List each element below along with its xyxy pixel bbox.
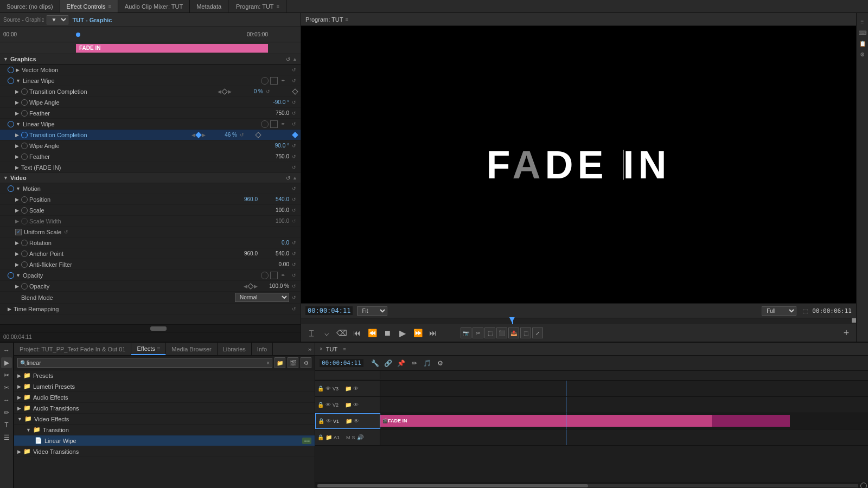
anchor-point-row[interactable]: ▶ Anchor Point 960.0 540.0 ↺ bbox=[0, 248, 301, 259]
full-screen-btn[interactable]: ⤢ bbox=[532, 328, 543, 338]
a1-folder-icon[interactable]: 📁 bbox=[326, 434, 332, 440]
tool-slip[interactable]: ↔ bbox=[1, 395, 12, 406]
pos-value1[interactable]: 960.0 bbox=[231, 196, 258, 202]
ap-reset[interactable]: ↺ bbox=[291, 251, 297, 257]
tab-metadata[interactable]: Metadata bbox=[190, 0, 228, 12]
v1-toggle-icon[interactable]: 👁 bbox=[354, 418, 359, 424]
pos-reset[interactable]: ↺ bbox=[291, 196, 297, 203]
wa2-eye[interactable] bbox=[21, 143, 28, 149]
tl-scroll-thumb[interactable] bbox=[317, 484, 588, 487]
time-remapping-row[interactable]: ▶ Time Remapping ↺ bbox=[0, 304, 301, 314]
feather-1-row[interactable]: ▶ Feather 750.0 ↺ bbox=[0, 108, 301, 119]
v2-lock-icon[interactable]: 🔒 bbox=[317, 402, 324, 408]
f2-arrow[interactable]: ▶ bbox=[15, 154, 19, 159]
motion-eye[interactable] bbox=[8, 185, 14, 192]
pos-arrow[interactable]: ▶ bbox=[15, 197, 19, 202]
timeline-menu-btn[interactable]: ≡ bbox=[343, 346, 346, 352]
vector-motion-eye[interactable] bbox=[8, 67, 14, 73]
video-section-up[interactable]: ▲ bbox=[292, 175, 297, 181]
wa2-value[interactable]: 90.0 ° bbox=[262, 143, 289, 149]
ap-value2[interactable]: 540.0 bbox=[262, 251, 289, 256]
opacity-reset[interactable]: ↺ bbox=[291, 272, 297, 279]
effects-tab-close[interactable]: ≡ bbox=[157, 345, 160, 352]
vector-motion-reset[interactable]: ↺ bbox=[291, 67, 297, 73]
opacity-shape-pen[interactable]: ✏ bbox=[279, 272, 287, 279]
tl-link-btn[interactable]: 🔗 bbox=[383, 358, 394, 369]
tc1-eye[interactable] bbox=[21, 88, 28, 95]
shape-pen-2[interactable]: ✏ bbox=[279, 120, 287, 128]
motion-arrow[interactable]: ▼ bbox=[16, 186, 21, 191]
scale-row[interactable]: ▶ Scale 100.0 ↺ bbox=[0, 205, 301, 216]
tc1-keyframe-diamond[interactable] bbox=[221, 88, 227, 94]
ap-value1[interactable]: 960.0 bbox=[231, 251, 258, 256]
scale-value[interactable]: 100.0 bbox=[262, 207, 289, 213]
tc1-keyframe-right[interactable] bbox=[292, 88, 298, 94]
mark-in-btn[interactable]: ⌶ bbox=[305, 327, 317, 339]
v1-eye-icon[interactable]: 👁 bbox=[326, 418, 331, 424]
play-btn[interactable]: ▶ bbox=[397, 327, 409, 339]
wa2-arrow[interactable]: ▶ bbox=[15, 143, 19, 149]
a1-lock-icon[interactable]: 🔒 bbox=[317, 434, 324, 440]
track-v2-content[interactable] bbox=[380, 397, 868, 413]
position-row[interactable]: ▶ Position 960.0 540.0 ↺ bbox=[0, 194, 301, 205]
rot-eye[interactable] bbox=[21, 240, 28, 246]
tl-audio-btn[interactable]: 🎵 bbox=[422, 358, 433, 369]
v3-toggle-icon[interactable]: 👁 bbox=[353, 386, 359, 391]
f1-value[interactable]: 750.0 bbox=[262, 110, 289, 116]
tab-effects[interactable]: Effects ≡ bbox=[131, 343, 166, 355]
timeline-close-btn[interactable]: × bbox=[320, 346, 323, 352]
a1-audio-icon[interactable]: 🔊 bbox=[357, 434, 363, 440]
tc2-reset[interactable]: ↺ bbox=[239, 132, 245, 138]
ec-scroll-thumb[interactable] bbox=[150, 326, 167, 331]
f2-value[interactable]: 750.0 bbox=[262, 153, 289, 159]
v2-folder-icon[interactable]: 📁 bbox=[345, 402, 352, 408]
opacity-value-row[interactable]: ▶ Opacity ◀ ▶ 100.0 % ↺ bbox=[0, 281, 301, 292]
linear-wipe-1-eye[interactable] bbox=[8, 78, 14, 84]
scale-width-row[interactable]: ▶ Scale Width 100.0 ↺ bbox=[0, 216, 301, 227]
program-menu-icon[interactable]: ≡ bbox=[345, 17, 348, 22]
ap-arrow[interactable]: ▶ bbox=[15, 251, 19, 256]
mark-out-btn[interactable]: ⌵ bbox=[321, 327, 333, 339]
opacity-shape-circle[interactable] bbox=[261, 272, 269, 279]
vector-motion-row[interactable]: ▶ Vector Motion ↺ bbox=[0, 65, 301, 75]
ff-btn[interactable]: ⏩ bbox=[412, 327, 424, 339]
compare-btn[interactable]: ⬚ bbox=[520, 328, 531, 338]
v1-ext-clip[interactable] bbox=[712, 415, 790, 427]
step-fwd-btn[interactable]: ⏭ bbox=[427, 327, 439, 339]
rewind-btn[interactable]: ⏪ bbox=[366, 327, 378, 339]
export-frame-btn[interactable]: 📤 bbox=[508, 328, 519, 338]
timeline-timecode[interactable]: 00:00:04:11 bbox=[320, 359, 363, 367]
timecode-display[interactable]: 00:00:04:11 bbox=[305, 306, 353, 315]
blend-mode-row[interactable]: ▶ Blend Mode Normal Multiply Screen ↺ bbox=[0, 292, 301, 304]
af-eye[interactable] bbox=[21, 261, 28, 268]
tree-video-transitions[interactable]: ▶ 📁 Video Transitions bbox=[14, 446, 315, 457]
insert-btn[interactable]: ⬚ bbox=[484, 328, 495, 338]
tc2-value[interactable]: 46 % bbox=[210, 132, 237, 138]
opacity-shape-square[interactable] bbox=[270, 272, 278, 279]
tl-pen-btn[interactable]: ✏ bbox=[409, 358, 420, 369]
blend-mode-reset[interactable]: ↺ bbox=[291, 294, 297, 301]
tool-ripple[interactable]: ✂ bbox=[1, 370, 12, 381]
af-value[interactable]: 0.00 bbox=[262, 261, 289, 267]
text-fade-in-row[interactable]: ▶ Text (FADE IN) ↺ bbox=[0, 162, 301, 173]
af-arrow[interactable]: ▶ bbox=[15, 262, 19, 267]
tc2-eye[interactable] bbox=[21, 132, 28, 138]
rot-arrow[interactable]: ▶ bbox=[15, 240, 19, 246]
tab-source[interactable]: Source: (no clips) bbox=[0, 0, 60, 12]
rs-btn-4[interactable]: ⚙ bbox=[858, 50, 867, 59]
tool-select[interactable]: ▶ bbox=[1, 357, 12, 368]
rs-btn-1[interactable]: ≡ bbox=[858, 17, 867, 26]
graphics-section-header[interactable]: ▼ Graphics ↺ ▲ bbox=[0, 54, 301, 65]
rot-reset[interactable]: ↺ bbox=[291, 240, 297, 246]
linear-wipe-2-reset[interactable]: ↺ bbox=[291, 121, 297, 127]
full-dropdown[interactable]: Full Half Quarter bbox=[762, 306, 796, 316]
linear-wipe-1-row[interactable]: ▼ Linear Wipe ✏ ↺ bbox=[0, 75, 301, 86]
overwrite-btn[interactable]: ⬛ bbox=[496, 328, 507, 338]
tc2-keyframe-diamond[interactable] bbox=[195, 132, 201, 138]
add-marker-btn[interactable]: + bbox=[841, 328, 852, 338]
shape-pen-1[interactable]: ✏ bbox=[279, 77, 287, 85]
video-section-header[interactable]: ▼ Video ↺ ▲ bbox=[0, 173, 301, 183]
v3-eye-icon[interactable]: 👁 bbox=[326, 386, 331, 391]
ov-reset[interactable]: ↺ bbox=[291, 283, 297, 290]
tool-type[interactable]: T bbox=[1, 420, 12, 431]
